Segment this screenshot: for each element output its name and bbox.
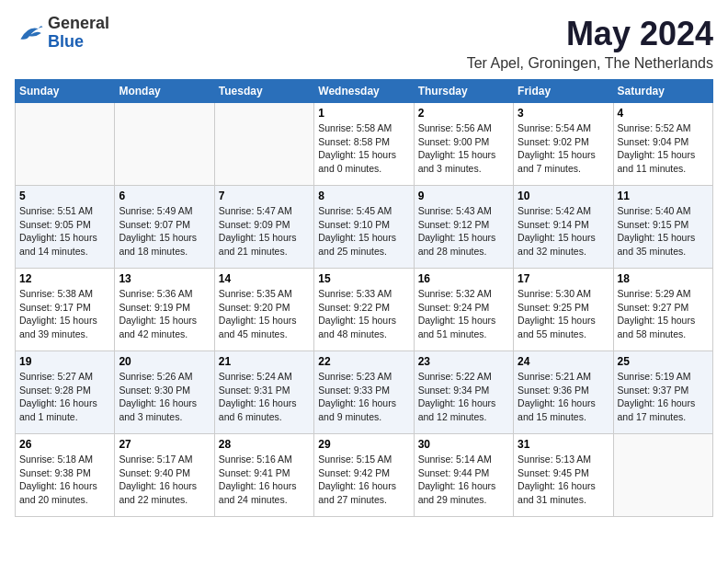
subtitle: Ter Apel, Groningen, The Netherlands: [467, 55, 713, 72]
day-info: Sunrise: 5:54 AM Sunset: 9:02 PM Dayligh…: [518, 121, 609, 176]
calendar-cell: 22Sunrise: 5:23 AM Sunset: 9:33 PM Dayli…: [314, 351, 414, 434]
col-header-tuesday: Tuesday: [214, 80, 313, 103]
calendar-cell: [115, 103, 214, 186]
calendar-cell: 9Sunrise: 5:43 AM Sunset: 9:12 PM Daylig…: [414, 186, 513, 269]
calendar-cell: 23Sunrise: 5:22 AM Sunset: 9:34 PM Dayli…: [414, 351, 513, 434]
day-number: 29: [318, 438, 409, 451]
day-number: 18: [618, 272, 709, 285]
calendar-cell: [214, 103, 313, 186]
page-header: General Blue May 2024 Ter Apel, Groninge…: [15, 15, 713, 72]
day-number: 24: [518, 355, 609, 368]
day-number: 20: [119, 355, 210, 368]
day-info: Sunrise: 5:22 AM Sunset: 9:34 PM Dayligh…: [418, 370, 509, 424]
col-header-friday: Friday: [514, 80, 613, 103]
day-number: 3: [518, 107, 609, 120]
day-number: 6: [119, 190, 210, 202]
calendar-cell: 19Sunrise: 5:27 AM Sunset: 9:28 PM Dayli…: [16, 351, 115, 434]
week-row-4: 19Sunrise: 5:27 AM Sunset: 9:28 PM Dayli…: [16, 351, 713, 434]
day-info: Sunrise: 5:27 AM Sunset: 9:28 PM Dayligh…: [19, 370, 110, 424]
calendar-cell: 28Sunrise: 5:16 AM Sunset: 9:41 PM Dayli…: [214, 434, 313, 517]
calendar-header-row: SundayMondayTuesdayWednesdayThursdayFrid…: [16, 80, 713, 103]
day-info: Sunrise: 5:33 AM Sunset: 9:22 PM Dayligh…: [318, 287, 409, 341]
calendar-cell: 6Sunrise: 5:49 AM Sunset: 9:07 PM Daylig…: [115, 186, 214, 269]
day-number: 12: [19, 272, 110, 285]
day-info: Sunrise: 5:18 AM Sunset: 9:38 PM Dayligh…: [19, 453, 110, 507]
day-number: 14: [219, 272, 310, 285]
calendar-cell: 24Sunrise: 5:21 AM Sunset: 9:36 PM Dayli…: [514, 351, 613, 434]
day-info: Sunrise: 5:38 AM Sunset: 9:17 PM Dayligh…: [19, 287, 110, 341]
week-row-3: 12Sunrise: 5:38 AM Sunset: 9:17 PM Dayli…: [16, 269, 713, 351]
week-row-1: 1Sunrise: 5:58 AM Sunset: 8:58 PM Daylig…: [16, 103, 713, 186]
day-info: Sunrise: 5:35 AM Sunset: 9:20 PM Dayligh…: [219, 287, 310, 341]
calendar-cell: 10Sunrise: 5:42 AM Sunset: 9:14 PM Dayli…: [514, 186, 613, 269]
calendar-cell: 15Sunrise: 5:33 AM Sunset: 9:22 PM Dayli…: [314, 269, 414, 351]
day-number: 17: [518, 272, 609, 285]
calendar-cell: 2Sunrise: 5:56 AM Sunset: 9:00 PM Daylig…: [414, 103, 513, 186]
day-info: Sunrise: 5:14 AM Sunset: 9:44 PM Dayligh…: [418, 453, 509, 507]
day-number: 9: [418, 190, 509, 202]
day-number: 30: [418, 438, 509, 451]
day-number: 23: [418, 355, 509, 368]
logo-text: General Blue: [48, 15, 109, 52]
calendar-cell: 14Sunrise: 5:35 AM Sunset: 9:20 PM Dayli…: [214, 269, 313, 351]
calendar-cell: 7Sunrise: 5:47 AM Sunset: 9:09 PM Daylig…: [214, 186, 313, 269]
day-number: 4: [618, 107, 709, 120]
day-info: Sunrise: 5:40 AM Sunset: 9:15 PM Dayligh…: [618, 204, 709, 259]
week-row-2: 5Sunrise: 5:51 AM Sunset: 9:05 PM Daylig…: [16, 186, 713, 269]
day-info: Sunrise: 5:15 AM Sunset: 9:42 PM Dayligh…: [318, 453, 409, 507]
calendar-cell: 4Sunrise: 5:52 AM Sunset: 9:04 PM Daylig…: [613, 103, 712, 186]
calendar-cell: 31Sunrise: 5:13 AM Sunset: 9:45 PM Dayli…: [514, 434, 613, 517]
day-info: Sunrise: 5:23 AM Sunset: 9:33 PM Dayligh…: [318, 370, 409, 424]
day-number: 26: [19, 438, 110, 451]
col-header-saturday: Saturday: [613, 80, 712, 103]
day-number: 16: [418, 272, 509, 285]
day-info: Sunrise: 5:45 AM Sunset: 9:10 PM Dayligh…: [318, 204, 409, 259]
day-info: Sunrise: 5:47 AM Sunset: 9:09 PM Dayligh…: [219, 204, 310, 259]
day-info: Sunrise: 5:30 AM Sunset: 9:25 PM Dayligh…: [518, 287, 609, 341]
calendar-cell: 13Sunrise: 5:36 AM Sunset: 9:19 PM Dayli…: [115, 269, 214, 351]
title-block: May 2024 Ter Apel, Groningen, The Nether…: [467, 15, 713, 72]
day-info: Sunrise: 5:16 AM Sunset: 9:41 PM Dayligh…: [219, 453, 310, 507]
day-info: Sunrise: 5:51 AM Sunset: 9:05 PM Dayligh…: [19, 204, 110, 259]
day-info: Sunrise: 5:21 AM Sunset: 9:36 PM Dayligh…: [518, 370, 609, 424]
day-info: Sunrise: 5:43 AM Sunset: 9:12 PM Dayligh…: [418, 204, 509, 259]
calendar-cell: 21Sunrise: 5:24 AM Sunset: 9:31 PM Dayli…: [214, 351, 313, 434]
day-info: Sunrise: 5:36 AM Sunset: 9:19 PM Dayligh…: [119, 287, 210, 341]
day-number: 27: [119, 438, 210, 451]
day-info: Sunrise: 5:49 AM Sunset: 9:07 PM Dayligh…: [119, 204, 210, 259]
logo: General Blue: [15, 15, 109, 52]
day-number: 11: [618, 190, 709, 202]
day-number: 31: [518, 438, 609, 451]
day-info: Sunrise: 5:42 AM Sunset: 9:14 PM Dayligh…: [518, 204, 609, 259]
day-number: 8: [318, 190, 409, 202]
day-number: 7: [219, 190, 310, 202]
day-info: Sunrise: 5:52 AM Sunset: 9:04 PM Dayligh…: [618, 121, 709, 176]
week-row-5: 26Sunrise: 5:18 AM Sunset: 9:38 PM Dayli…: [16, 434, 713, 517]
calendar-cell: 8Sunrise: 5:45 AM Sunset: 9:10 PM Daylig…: [314, 186, 414, 269]
main-title: May 2024: [467, 15, 713, 53]
col-header-thursday: Thursday: [414, 80, 513, 103]
calendar-cell: 11Sunrise: 5:40 AM Sunset: 9:15 PM Dayli…: [613, 186, 712, 269]
calendar-cell: 16Sunrise: 5:32 AM Sunset: 9:24 PM Dayli…: [414, 269, 513, 351]
day-number: 10: [518, 190, 609, 202]
logo-bird-icon: [15, 18, 44, 48]
calendar-cell: 27Sunrise: 5:17 AM Sunset: 9:40 PM Dayli…: [115, 434, 214, 517]
day-info: Sunrise: 5:26 AM Sunset: 9:30 PM Dayligh…: [119, 370, 210, 424]
calendar-cell: 12Sunrise: 5:38 AM Sunset: 9:17 PM Dayli…: [16, 269, 115, 351]
day-info: Sunrise: 5:29 AM Sunset: 9:27 PM Dayligh…: [618, 287, 709, 341]
day-info: Sunrise: 5:19 AM Sunset: 9:37 PM Dayligh…: [618, 370, 709, 424]
day-number: 2: [418, 107, 509, 120]
day-info: Sunrise: 5:13 AM Sunset: 9:45 PM Dayligh…: [518, 453, 609, 507]
calendar-cell: 17Sunrise: 5:30 AM Sunset: 9:25 PM Dayli…: [514, 269, 613, 351]
day-number: 28: [219, 438, 310, 451]
calendar-cell: 3Sunrise: 5:54 AM Sunset: 9:02 PM Daylig…: [514, 103, 613, 186]
calendar-cell: 5Sunrise: 5:51 AM Sunset: 9:05 PM Daylig…: [16, 186, 115, 269]
day-number: 22: [318, 355, 409, 368]
day-number: 19: [19, 355, 110, 368]
day-info: Sunrise: 5:58 AM Sunset: 8:58 PM Dayligh…: [318, 121, 409, 176]
calendar-cell: 30Sunrise: 5:14 AM Sunset: 9:44 PM Dayli…: [414, 434, 513, 517]
calendar-cell: 18Sunrise: 5:29 AM Sunset: 9:27 PM Dayli…: [613, 269, 712, 351]
calendar-cell: 20Sunrise: 5:26 AM Sunset: 9:30 PM Dayli…: [115, 351, 214, 434]
day-info: Sunrise: 5:24 AM Sunset: 9:31 PM Dayligh…: [219, 370, 310, 424]
day-number: 15: [318, 272, 409, 285]
